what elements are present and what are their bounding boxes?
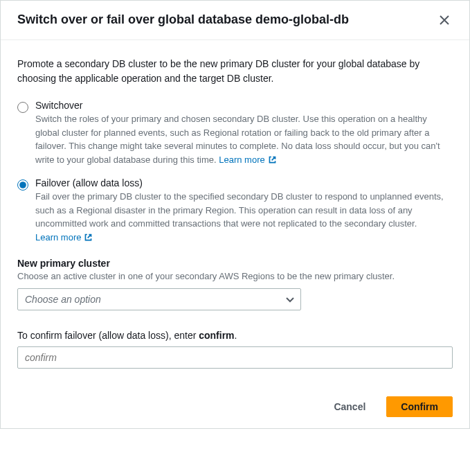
primary-cluster-select[interactable]: Choose an option <box>17 288 301 310</box>
failover-description: Fail over the primary DB cluster to the … <box>35 190 453 244</box>
switchover-radio[interactable] <box>17 102 28 113</box>
cancel-button[interactable]: Cancel <box>320 396 379 417</box>
external-link-icon <box>84 233 93 242</box>
primary-cluster-sub: Choose an active cluster in one of your … <box>17 270 453 283</box>
modal-title: Switch over or fail over global database… <box>17 12 349 28</box>
failover-option[interactable]: Failover (allow data loss) Fail over the… <box>17 177 453 244</box>
confirm-instruction: To confirm failover (allow data loss), e… <box>17 330 453 341</box>
modal-header: Switch over or fail over global database… <box>1 1 469 40</box>
failover-content: Failover (allow data loss) Fail over the… <box>35 177 453 244</box>
close-icon <box>439 15 450 26</box>
confirm-input[interactable] <box>17 346 453 369</box>
failover-learn-more-link[interactable]: Learn more <box>35 231 93 245</box>
switchover-description: Switch the roles of your primary and cho… <box>35 112 453 166</box>
modal-footer: Cancel Confirm <box>1 385 469 428</box>
primary-cluster-section: New primary cluster Choose an active clu… <box>17 258 453 310</box>
intro-text: Promote a secondary DB cluster to be the… <box>17 57 453 86</box>
failover-label[interactable]: Failover (allow data loss) <box>35 177 143 188</box>
switchover-learn-more-link[interactable]: Learn more <box>219 153 276 167</box>
external-link-icon <box>268 155 277 164</box>
confirm-section: To confirm failover (allow data loss), e… <box>17 330 453 369</box>
switchover-option[interactable]: Switchover Switch the roles of your prim… <box>17 100 453 166</box>
primary-cluster-select-wrapper: Choose an option <box>17 288 301 310</box>
failover-radio[interactable] <box>17 179 28 191</box>
primary-cluster-label: New primary cluster <box>17 258 453 269</box>
modal-body: Promote a secondary DB cluster to be the… <box>1 40 469 385</box>
close-button[interactable] <box>436 12 453 28</box>
switchover-label[interactable]: Switchover <box>35 100 82 111</box>
confirm-button[interactable]: Confirm <box>386 396 453 417</box>
switchover-content: Switchover Switch the roles of your prim… <box>35 100 453 166</box>
failover-modal: Switch over or fail over global database… <box>0 0 470 429</box>
operation-radio-group: Switchover Switch the roles of your prim… <box>17 100 453 244</box>
